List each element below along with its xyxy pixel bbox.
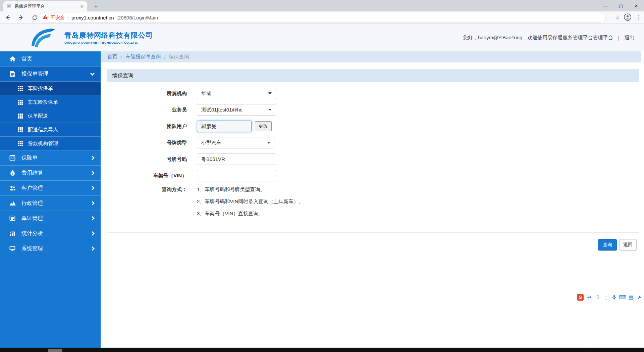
url-host: proxy1.countnet.cn — [71, 15, 114, 20]
sidebar-item-policy-apply-group[interactable]: 投保单管理 — [0, 67, 101, 82]
forward-button[interactable] — [15, 12, 27, 23]
moon-icon[interactable]: ☽ — [594, 294, 600, 300]
query-method-line: 1、车牌号码和号牌类型查询。 — [197, 186, 304, 193]
field-label: 车架号（VIN） — [101, 173, 187, 179]
logo-swoosh-icon — [30, 27, 59, 48]
app-header: 青岛康特网络科技有限公司 QINGDAO COUNTNET TECHNOLOGY… — [0, 24, 644, 51]
tab-close-icon[interactable]: ✕ — [80, 4, 84, 9]
sogou-logo[interactable]: S — [577, 294, 584, 301]
greeting-text: 您好，haoym@YiBaoTong，欢迎使用易保通服务管理平台管理平台 — [463, 35, 613, 41]
tab-strip: 易保通管理平台 ✕ + — ▢ ✕ — [0, 0, 644, 11]
favicon — [7, 3, 12, 10]
sidebar-item-home[interactable]: 首页 — [0, 51, 101, 67]
form-footer-divider — [107, 232, 639, 233]
chevron-down-icon — [268, 92, 272, 94]
sidebar-item-label: 首页 — [21, 55, 32, 62]
sidebar-item-auto-policy[interactable]: 车险投保单 — [0, 82, 101, 95]
sidebar-item-loan-agency[interactable]: 贷款机构管理 — [0, 137, 101, 150]
chevron-right-icon — [90, 171, 95, 175]
salesman-combobox[interactable]: 测试01|test01@hc — [197, 104, 276, 116]
org-combobox[interactable]: 华成 — [197, 88, 276, 99]
sidebar-item-statistics[interactable]: 统计分析 — [0, 226, 101, 241]
browser-tab[interactable]: 易保通管理平台 ✕ — [3, 1, 87, 11]
query-button[interactable]: 查询 — [598, 239, 617, 251]
security-label[interactable]: 不安全 — [51, 15, 65, 21]
chevron-down-icon — [267, 142, 270, 144]
chevron-right-icon — [90, 216, 95, 221]
wrench-icon[interactable] — [636, 295, 642, 300]
form-row-org: 所属机构 华成 — [101, 88, 639, 99]
users-icon — [9, 185, 16, 191]
maximize-button[interactable]: ▢ — [613, 0, 629, 11]
profile-avatar-icon[interactable] — [624, 13, 631, 22]
chevron-down-icon — [90, 71, 95, 76]
taskbar-chip — [48, 349, 62, 352]
sidebar-item-delivery-import[interactable]: 配送信息导入 — [0, 123, 101, 137]
address-bar[interactable]: 不安全 | proxy1.countnet.cn:20806/Login/Mai… — [38, 13, 606, 23]
home-icon — [9, 56, 16, 62]
breadcrumb-auto-policy-query[interactable]: 车险投保单查询 — [125, 54, 161, 60]
page-title: 续保查询 — [107, 69, 639, 82]
chevron-down-icon — [268, 109, 272, 111]
plate-type-value: 小型汽车 — [201, 140, 267, 146]
form-row-team-user: 团队用户 更改 — [101, 121, 639, 132]
field-label: 号牌号码 — [101, 156, 187, 163]
company-logo: 青岛康特网络科技有限公司 QINGDAO COUNTNET TECHNOLOGY… — [30, 27, 153, 48]
sidebar-item-label: 贷款机构管理 — [28, 140, 58, 147]
ime-toolbar: S 中 ☽ ’, ⌨ ▤ — [575, 293, 644, 302]
breadcrumb-separator: / — [121, 54, 122, 60]
sidebar-item-policy-delivery[interactable]: 保单配送 — [0, 109, 101, 123]
vin-input[interactable] — [197, 170, 276, 181]
url-path: :20806/Login/Main — [117, 15, 158, 20]
sidebar-nav: 首页 投保单管理 车险投保单 非车险投保单 保单配送 — [0, 51, 101, 348]
chinese-mode-icon[interactable]: 中 — [586, 294, 592, 301]
back-button[interactable] — [2, 12, 13, 23]
team-user-input[interactable] — [197, 121, 252, 132]
sidebar-item-label: 保险单 — [21, 155, 38, 162]
greeting-divider: ｜ — [616, 35, 621, 41]
sidebar-item-system-mgmt[interactable]: 系统管理 — [0, 241, 101, 256]
punctuation-icon[interactable]: ’, — [603, 295, 609, 300]
close-button[interactable]: ✕ — [629, 0, 644, 11]
admin-group-icon — [9, 201, 16, 206]
change-button[interactable]: 更改 — [255, 121, 272, 131]
sidebar-item-admin-mgmt[interactable]: 行政管理 — [0, 196, 101, 211]
chevron-right-icon — [90, 156, 95, 160]
sidebar-item-nonauto-policy[interactable]: 非车险投保单 — [0, 95, 101, 109]
window-controls: — ▢ ✕ — [598, 0, 644, 11]
form-actions: 查询 返回 — [598, 239, 637, 251]
sidebar-item-label: 系统管理 — [21, 245, 43, 252]
chevron-right-icon — [90, 186, 95, 190]
plate-number-input[interactable] — [197, 153, 276, 165]
browser-menu-icon[interactable]: ⋮ — [635, 14, 641, 21]
bookmark-star-icon[interactable]: ☆ — [615, 14, 620, 21]
user-greeting: 您好，haoym@YiBaoTong，欢迎使用易保通服务管理平台管理平台 ｜ 退… — [463, 35, 635, 41]
company-name-en: QINGDAO COUNTNET TECHNOLOGY CO.,LTD. — [64, 41, 153, 44]
grid-icon — [17, 100, 23, 105]
taskbar-dots: ... — [585, 349, 590, 352]
renewal-query-form: 所属机构 华成 业务员 测试01|test01@hc 团队用户 更改 — [101, 88, 639, 223]
keyboard-icon[interactable]: ⌨ — [620, 294, 626, 300]
breadcrumb-home[interactable]: 首页 — [107, 54, 117, 60]
document-list-icon — [9, 216, 16, 221]
new-tab-button[interactable]: + — [91, 2, 101, 11]
sidebar-item-customer-mgmt[interactable]: 客户管理 — [0, 181, 101, 196]
sidebar-item-label: 投保单管理 — [21, 71, 48, 78]
sidebar-filler — [0, 256, 101, 348]
breadcrumb: 首页 / 车险投保单查询 / 续保查询 — [101, 51, 641, 62]
clipboard-icon[interactable]: ▤ — [628, 294, 634, 300]
back-form-button[interactable]: 返回 — [619, 239, 637, 251]
sidebar-item-insurance-policy[interactable]: 保险单 — [0, 150, 101, 166]
sidebar-item-fee-settlement[interactable]: ¥ 费用结算 — [0, 166, 101, 181]
company-name-cn: 青岛康特网络科技有限公司 — [64, 31, 153, 40]
sidebar-item-document-mgmt[interactable]: 单证管理 — [0, 211, 101, 226]
money-bag-icon: ¥ — [9, 170, 16, 176]
org-value: 华成 — [201, 90, 268, 97]
chart-bars-icon — [9, 231, 16, 236]
query-method-line: 3、车架号（VIN）直接查询。 — [197, 211, 304, 217]
mic-icon[interactable] — [611, 295, 617, 300]
plate-type-select[interactable]: 小型汽车 — [197, 137, 274, 148]
minimize-button[interactable]: — — [598, 0, 613, 11]
logout-link[interactable]: 退出 — [625, 35, 635, 41]
toolbar-right: ☆ ⋮ — [615, 13, 641, 23]
